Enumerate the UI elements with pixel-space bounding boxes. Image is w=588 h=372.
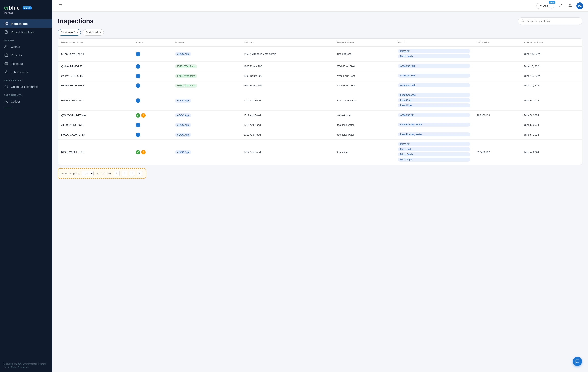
manage-section-label: MANAGE xyxy=(0,36,52,43)
cell-submitted-date: June 5, 2024 xyxy=(520,130,582,140)
sidebar-item-guides[interactable]: Guides & Resources xyxy=(0,82,52,91)
info-status-icon: i xyxy=(136,52,140,56)
ask-ai-button[interactable]: ✦ Ask AI beta xyxy=(536,3,554,9)
status-filter[interactable]: Status: All ▾ xyxy=(83,29,104,36)
ask-ai-label: Ask AI xyxy=(543,4,551,7)
sidebar-item-report-templates[interactable]: Report Templates xyxy=(0,28,52,36)
col-reservation-code: Reservation Code xyxy=(58,39,133,47)
hamburger-button[interactable]: ☰ xyxy=(57,3,63,9)
cell-project-name: lead - non water xyxy=(334,90,395,110)
download-icon xyxy=(4,99,9,104)
cell-project-name: Web Form Test xyxy=(334,62,395,71)
source-badge: eCOC App xyxy=(175,113,191,117)
cell-project-name: Web Form Test xyxy=(334,81,395,90)
svg-rect-5 xyxy=(5,54,8,56)
table-row[interactable]: AE39-QX4Q-P97RieCOC App1712 Ark Roadtest… xyxy=(58,120,582,130)
table-row[interactable]: QWY6-QPUA-ERWA✓!eCOC App1712 Ark Roadasb… xyxy=(58,110,582,120)
customer-filter[interactable]: Customer 1 ▾ xyxy=(58,29,81,36)
sidebar-item-clients[interactable]: Clients xyxy=(0,43,52,51)
source-badge: eCOC App xyxy=(175,133,191,137)
check-status-icon: ✓ xyxy=(136,150,140,154)
table-row[interactable]: H9WU-GA2W-U76AieCOC App1712 Ark Roadtest… xyxy=(58,130,582,140)
avatar[interactable]: DE xyxy=(576,2,583,9)
matrix-badge: Lead Chip xyxy=(398,98,470,102)
sidebar-item-licenses[interactable]: Licenses xyxy=(0,59,52,68)
search-input[interactable] xyxy=(526,20,579,23)
cell-reservation-code: RP2Q-WF9H-HRUT xyxy=(58,140,133,165)
cell-submitted-date: June 10, 2024 xyxy=(520,71,582,81)
cell-project-name: test lead water xyxy=(334,120,395,130)
source-badge: eCOC App xyxy=(175,98,191,103)
cell-address: 1712 Ark Road xyxy=(240,90,334,110)
sidebar-item-inspections[interactable]: Inspections xyxy=(0,19,52,28)
pagination-bar: Items per page: 25 10 50 100 1 – 16 of 1… xyxy=(58,168,146,179)
cell-submitted-date: June 10, 2024 xyxy=(520,81,582,90)
beta-badge: BETA xyxy=(22,6,31,10)
cell-status: i xyxy=(133,81,172,90)
first-page-button[interactable]: « xyxy=(114,171,120,176)
last-page-button[interactable]: » xyxy=(137,171,142,176)
table-header: Reservation Code Status Source Address P… xyxy=(58,39,582,47)
source-badge: eCOC App xyxy=(175,52,191,56)
table-row[interactable]: QHH6-4HWE-P47UiEMSL Web form1805 Route 2… xyxy=(58,62,582,71)
cell-matrix: Lead Drinking Water xyxy=(395,130,473,140)
svg-rect-6 xyxy=(5,63,8,65)
cell-submitted-date: June 5, 2024 xyxy=(520,120,582,130)
table-row[interactable]: RP2Q-WF9H-HRUT✓!eCOC App1712 Ark Roadtes… xyxy=(58,140,582,165)
svg-point-14 xyxy=(522,20,524,22)
table-row[interactable]: 69YG-D3WR-WP2FieCOC App14607 Mirabelle V… xyxy=(58,47,582,62)
next-page-button[interactable]: › xyxy=(129,171,135,176)
info-status-icon: i xyxy=(136,64,140,69)
table-row[interactable]: 2XTW-T7GF-X6H3iEMSL Web form1805 Route 2… xyxy=(58,71,582,81)
cell-source: eCOC App xyxy=(172,140,240,165)
svg-line-13 xyxy=(559,6,560,7)
cell-status: i xyxy=(133,130,172,140)
matrix-badge: Asbestos Bulk xyxy=(398,83,470,87)
sidebar-item-collect[interactable]: Collect xyxy=(0,97,52,106)
cell-lab-order: 992400162 xyxy=(473,140,520,165)
collect-indicator xyxy=(4,108,12,108)
cell-matrix: Asbestos Air xyxy=(395,110,473,120)
source-badge: EMSL Web form xyxy=(175,74,197,78)
matrix-badge: Micro Tape xyxy=(398,158,470,162)
cell-project-name: use address xyxy=(334,47,395,62)
customer-filter-label: Customer 1 xyxy=(61,31,75,34)
cell-address: 1805 Route 206 xyxy=(240,81,334,90)
ai-beta-badge: beta xyxy=(549,1,555,4)
sidebar-footer: Copyright © 2024, EnvironmentalReports®,… xyxy=(0,360,52,372)
logo-sub: Portal xyxy=(4,11,13,14)
cell-status: ✓! xyxy=(133,140,172,165)
search-box[interactable] xyxy=(518,18,582,25)
cell-source: eCOC App xyxy=(172,120,240,130)
col-matrix: Matrix xyxy=(395,39,473,47)
expand-button[interactable] xyxy=(557,2,564,9)
cell-reservation-code: QWY6-QPUA-ERWA xyxy=(58,110,133,120)
chat-fab-button[interactable] xyxy=(573,357,582,366)
cell-status: i xyxy=(133,120,172,130)
logo-text: erblue xyxy=(4,5,20,11)
info-status-icon: i xyxy=(136,123,140,127)
matrix-badge: Micro Swab xyxy=(398,153,470,156)
source-badge: EMSL Web form xyxy=(175,64,197,68)
briefcase-icon xyxy=(4,53,9,57)
cell-address: 1805 Route 206 xyxy=(240,71,334,81)
per-page-select[interactable]: 25 10 50 100 xyxy=(82,171,94,176)
sidebar-item-lab-partners[interactable]: Lab Partners xyxy=(0,68,52,76)
cell-project-name: asbestos air xyxy=(334,110,395,120)
inspections-table-wrapper: Reservation Code Status Source Address P… xyxy=(58,38,582,165)
table-row[interactable]: PDUW-FEAF-THDAiEMSL Web form1805 Route 2… xyxy=(58,81,582,90)
topbar-right: ✦ Ask AI beta DE xyxy=(536,2,583,9)
filters-bar: Customer 1 ▾ Status: All ▾ xyxy=(58,29,582,36)
source-badge: eCOC App xyxy=(175,123,191,127)
sidebar-item-projects[interactable]: Projects xyxy=(0,51,52,59)
notifications-button[interactable] xyxy=(567,2,574,9)
id-card-icon xyxy=(4,61,9,66)
status-filter-label: Status: All xyxy=(86,31,98,34)
cell-reservation-code: 2XTW-T7GF-X6H3 xyxy=(58,71,133,81)
sidebar-item-inspections-label: Inspections xyxy=(11,22,28,25)
cell-submitted-date: June 6, 2024 xyxy=(520,90,582,110)
table-row[interactable]: EA66-2X3P-7XU4ieCOC App1712 Ark Roadlead… xyxy=(58,90,582,110)
prev-page-button[interactable]: ‹ xyxy=(122,171,127,176)
chevron-down-icon: ▾ xyxy=(77,31,78,34)
cell-status: i xyxy=(133,90,172,110)
